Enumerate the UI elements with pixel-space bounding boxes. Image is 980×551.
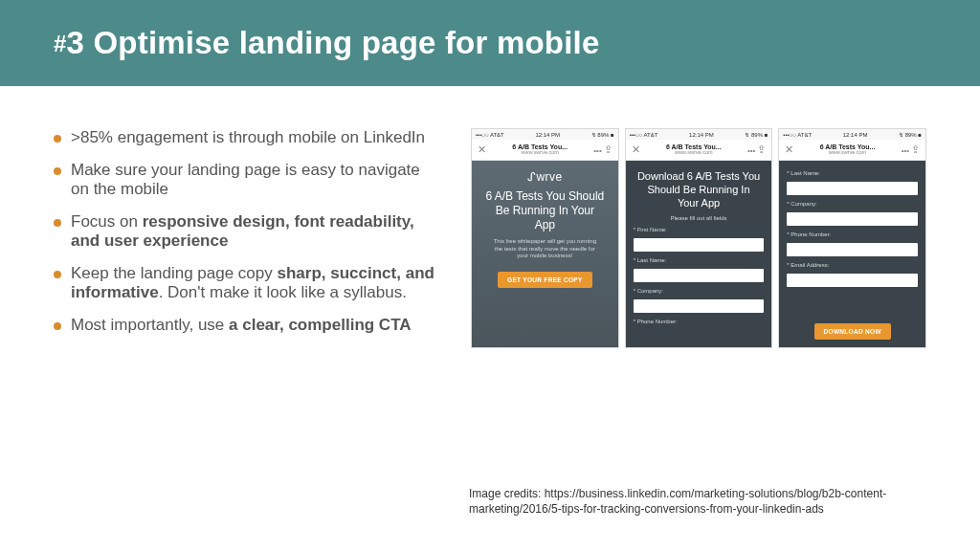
share-icon[interactable]: ⇪ [604, 143, 612, 155]
field-label: * Phone Number: [634, 319, 765, 324]
slide-header: #3 Optimise landing page for mobile [0, 0, 980, 86]
first-name-field[interactable] [634, 238, 765, 252]
form-screen: * Last Name: * Company: * Phone Number: … [779, 161, 925, 347]
nav-actions: ••• ⇪ [902, 144, 920, 155]
close-icon[interactable]: ✕ [785, 144, 793, 155]
battery-label: ↯ 89% ■ [745, 131, 768, 138]
nav-actions: ••• ⇪ [593, 144, 612, 155]
bullet-item: >85% engagement is through mobile on Lin… [54, 128, 436, 147]
bullet-column: >85% engagement is through mobile on Lin… [54, 128, 436, 348]
bullet-text: Keep the landing page copy [71, 264, 278, 282]
hero-subtitle: This free whitepaper will get you runnin… [479, 238, 611, 260]
bullet-text: . Don't make it look like a syllabus. [159, 283, 407, 301]
phone-mockup-2: •••○○ AT&T 12:14 PM ↯ 89% ■ ✕ 6 A/B Test… [625, 128, 773, 348]
phone-number-field[interactable] [787, 243, 918, 256]
nav-title-block: 6 A/B Tests You... www.swrve.com [666, 143, 722, 156]
hero-title: 6 A/B Tests You Should Be Running In You… [479, 189, 611, 232]
field-label: * Company: [634, 288, 765, 294]
form-subtitle: Please fill out all fields [634, 215, 765, 221]
slide-title: #3 Optimise landing page for mobile [54, 25, 926, 61]
bullet-item: Make sure your landing page is easy to n… [54, 161, 436, 199]
status-bar: •••○○ AT&T 12:14 PM ↯ 89% ■ [626, 129, 772, 140]
browser-nav: ✕ 6 A/B Tests You... www.swrve.com ••• ⇪ [472, 140, 618, 161]
bullet-list: >85% engagement is through mobile on Lin… [54, 128, 436, 335]
download-button[interactable]: DOWNLOAD NOW [814, 323, 891, 340]
bullet-text: Focus on [71, 212, 143, 231]
carrier-label: •••○○ AT&T [783, 132, 812, 138]
battery-label: ↯ 89% ■ [899, 131, 922, 138]
more-icon[interactable]: ••• [747, 146, 755, 155]
slide: #3 Optimise landing page for mobile >85%… [0, 0, 980, 551]
time-label: 12:14 PM [843, 132, 868, 138]
close-icon[interactable]: ✕ [632, 144, 640, 155]
bullet-item: Most importantly, use a clear, compellin… [54, 316, 436, 335]
share-icon[interactable]: ⇪ [757, 143, 766, 155]
company-field[interactable] [634, 299, 765, 313]
page-url: www.swrve.com [512, 150, 568, 156]
brand-logo: ᔑwrve [479, 170, 611, 184]
field-label: * Last Name: [787, 170, 918, 176]
browser-nav: ✕ 6 A/B Tests You... www.swrve.com ••• ⇪ [626, 140, 772, 161]
browser-nav: ✕ 6 A/B Tests You... www.swrve.com ••• ⇪ [779, 140, 925, 161]
nav-actions: ••• ⇪ [747, 144, 766, 155]
form-screen: Download 6 A/B Tests You Should Be Runni… [626, 161, 772, 347]
last-name-field[interactable] [787, 182, 918, 195]
page-url: www.swrve.com [820, 150, 876, 156]
bullet-bold: a clear, compelling CTA [229, 316, 412, 334]
image-credits: Image credits: https://business.linkedin… [469, 486, 942, 517]
last-name-field[interactable] [634, 269, 765, 282]
carrier-label: •••○○ AT&T [476, 132, 504, 138]
nav-title-block: 6 A/B Tests You... www.swrve.com [512, 143, 568, 156]
more-icon[interactable]: ••• [902, 146, 909, 155]
phone-mockup-1: •••○○ AT&T 12:14 PM ↯ 89% ■ ✕ 6 A/B Test… [471, 128, 619, 348]
hash-symbol: # [54, 31, 67, 56]
status-bar: •••○○ AT&T 12:14 PM ↯ 89% ■ [472, 129, 618, 140]
field-label: * Email Address: [787, 262, 918, 268]
carrier-label: •••○○ AT&T [630, 132, 658, 138]
slide-body: >85% engagement is through mobile on Lin… [0, 86, 980, 348]
page-url: www.swrve.com [666, 150, 722, 156]
field-label: * Last Name: [634, 257, 765, 263]
company-field[interactable] [787, 212, 918, 226]
email-field[interactable] [787, 274, 918, 287]
more-icon[interactable]: ••• [593, 146, 601, 155]
bullet-item: Focus on responsive design, font readabi… [54, 212, 436, 251]
field-label: * First Name: [634, 227, 765, 232]
cta-button[interactable]: GET YOUR FREE COPY [498, 272, 592, 288]
title-text: 3 Optimise landing page for mobile [67, 25, 600, 60]
landing-hero: ᔑwrve 6 A/B Tests You Should Be Running … [472, 161, 618, 347]
form-title: Download 6 A/B Tests You Should Be Runni… [634, 170, 765, 209]
phone-mockup-3: •••○○ AT&T 12:14 PM ↯ 89% ■ ✕ 6 A/B Test… [778, 128, 926, 348]
battery-label: ↯ 89% ■ [591, 131, 614, 138]
field-label: * Phone Number: [787, 231, 918, 237]
phone-mockups: •••○○ AT&T 12:14 PM ↯ 89% ■ ✕ 6 A/B Test… [471, 128, 926, 348]
bullet-text: Most importantly, use [71, 316, 229, 334]
close-icon[interactable]: ✕ [478, 144, 486, 155]
field-label: * Company: [787, 201, 918, 207]
bullet-item: Keep the landing page copy sharp, succin… [54, 264, 436, 302]
nav-title-block: 6 A/B Tests You... www.swrve.com [820, 143, 876, 156]
status-bar: •••○○ AT&T 12:14 PM ↯ 89% ■ [779, 129, 925, 140]
share-icon[interactable]: ⇪ [911, 143, 920, 155]
time-label: 12:14 PM [535, 132, 560, 138]
time-label: 12:14 PM [689, 132, 714, 138]
